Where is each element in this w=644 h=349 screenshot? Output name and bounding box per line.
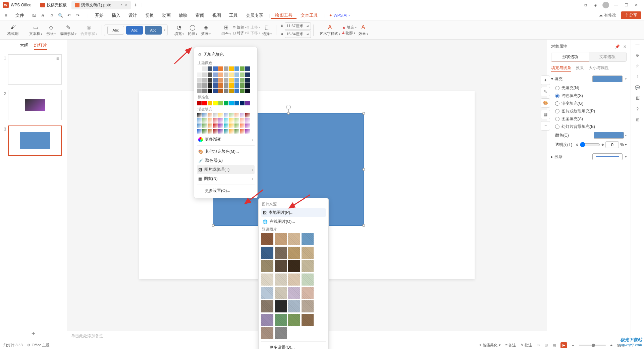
maximize-icon[interactable]: ☐ (621, 1, 631, 9)
gradient-swatch[interactable] (224, 113, 228, 117)
rail-extra-icon[interactable]: ⊞ (636, 117, 639, 122)
line-section-header[interactable]: ▸ 线条▾ (551, 153, 627, 160)
gradient-swatch[interactable] (197, 113, 202, 117)
color-swatch[interactable] (224, 101, 228, 105)
color-swatch[interactable] (234, 66, 239, 71)
rail-share-icon[interactable]: ⇪ (636, 74, 639, 79)
texture-swatch[interactable] (288, 247, 300, 259)
align-button[interactable]: ⊟ 对齐 ▾ (233, 31, 247, 36)
color-swatch[interactable] (202, 83, 207, 88)
shape-style-3[interactable]: Abc (145, 26, 162, 35)
rail-comment-icon[interactable]: 💬 (635, 85, 640, 90)
select-button[interactable]: ⬚选择▾ (260, 23, 274, 37)
tab-document[interactable]: 演示文稿(1).pptx • × (71, 1, 131, 9)
text-fill-button[interactable]: ▲ 填充 ▾ (342, 25, 357, 30)
gradient-swatch[interactable] (224, 123, 228, 128)
color-swatch[interactable] (229, 89, 234, 93)
file-menu[interactable]: 文件 (11, 12, 28, 18)
texture-swatch[interactable] (288, 314, 300, 326)
shape-style-2[interactable]: Abc (126, 26, 143, 35)
texture-swatch[interactable] (288, 233, 300, 245)
resize-handle[interactable] (362, 112, 365, 115)
color-swatch[interactable] (224, 83, 228, 88)
more-gradient-option[interactable]: 更多渐变› (197, 135, 255, 144)
texture-swatch[interactable] (261, 260, 273, 272)
text-effect-button[interactable]: A效果▾ (357, 23, 370, 37)
gradient-swatch[interactable] (208, 118, 212, 123)
gradient-swatch[interactable] (197, 129, 202, 134)
texture-swatch[interactable] (275, 273, 287, 286)
gradient-swatch[interactable] (202, 118, 207, 123)
color-swatch[interactable] (229, 83, 234, 88)
share-button[interactable]: ⇪ 分享 (621, 11, 641, 19)
width-field[interactable]: ⬌15.84厘米▴▾ (280, 31, 311, 38)
rail-settings-icon[interactable]: ⚙ (636, 53, 639, 58)
text-options-tab[interactable]: 文本选项 (589, 52, 627, 61)
color-swatch[interactable] (197, 66, 202, 71)
color-swatch[interactable] (240, 72, 245, 77)
tab-text-tools[interactable]: 文本工具 (297, 12, 322, 18)
color-swatch[interactable] (197, 83, 202, 88)
picture-more-option[interactable]: 更多设置(O)... (261, 343, 326, 349)
color-swatch[interactable] (202, 66, 207, 71)
texture-swatch[interactable] (275, 327, 287, 339)
close-icon[interactable]: × (125, 3, 127, 7)
color-swatch[interactable] (197, 89, 202, 93)
theme-color-swatches[interactable] (197, 66, 255, 71)
notes-button[interactable]: ≡ 备注 (505, 343, 516, 348)
group-button[interactable]: ⊞组合▾ (219, 23, 233, 37)
color-swatch[interactable] (208, 101, 212, 105)
format-painter-button[interactable]: 🖌格式刷 (5, 23, 20, 37)
texture-swatch[interactable] (302, 300, 314, 312)
gradient-swatch[interactable] (245, 129, 250, 134)
color-swatch[interactable] (224, 89, 228, 93)
view-reading-icon[interactable]: ▤ (552, 343, 556, 347)
color-swatch[interactable] (245, 72, 250, 77)
print-direct-icon[interactable]: ⎙ (48, 12, 55, 19)
quick-edit-icon[interactable]: ✎ (541, 87, 550, 96)
slide-thumb-2[interactable] (8, 90, 62, 120)
gradient-swatch[interactable] (234, 123, 239, 128)
outline-button[interactable]: ◯轮廓▾ (186, 23, 199, 37)
pattern-option[interactable]: ▦图案(N)› (197, 174, 255, 183)
color-swatch[interactable] (240, 78, 245, 83)
tab-animation[interactable]: 动画 (158, 12, 175, 18)
color-swatch[interactable] (218, 101, 223, 105)
color-swatch[interactable] (245, 89, 250, 93)
color-swatch[interactable] (224, 66, 228, 71)
texture-swatch[interactable] (275, 287, 287, 299)
gradient-swatch[interactable] (202, 129, 207, 134)
color-swatch[interactable] (202, 101, 207, 105)
color-swatch[interactable] (208, 78, 212, 83)
redo-icon[interactable]: ↷ (74, 12, 81, 19)
color-swatch[interactable] (202, 89, 207, 93)
fill-pattern-radio[interactable]: 图案填充(A) (551, 115, 627, 123)
texture-swatch[interactable] (288, 260, 300, 272)
line-preview[interactable] (592, 153, 623, 160)
texture-swatch[interactable] (275, 300, 287, 312)
zoom-in-icon[interactable]: + (610, 343, 612, 347)
tab-review[interactable]: 审阅 (192, 12, 208, 18)
color-swatch[interactable] (229, 72, 234, 77)
color-swatch[interactable] (208, 66, 212, 71)
undo-icon[interactable]: ↶ (66, 12, 72, 19)
gradient-swatch[interactable] (218, 118, 223, 123)
slide-thumb-3[interactable] (8, 126, 62, 156)
color-swatch[interactable] (229, 78, 234, 83)
zoom-slider[interactable] (579, 345, 606, 346)
close-panel-icon[interactable]: ✕ (623, 44, 627, 49)
texture-swatch[interactable] (275, 314, 287, 326)
style-expand-icon[interactable]: ▾ (164, 29, 165, 32)
effect-tab[interactable]: 效果 (576, 65, 584, 72)
texture-swatch[interactable] (288, 300, 300, 312)
fill-gradient-radio[interactable]: 渐变填充(G) (551, 100, 627, 107)
gradient-swatch[interactable] (213, 118, 218, 123)
texture-swatch[interactable] (288, 287, 300, 299)
fill-picture-radio[interactable]: 图片或纹理填充(P) (551, 107, 627, 115)
gradient-swatch[interactable] (218, 123, 223, 128)
save-icon[interactable]: 🖫 (31, 12, 38, 19)
gradient-swatch[interactable] (229, 118, 234, 123)
close-window-icon[interactable]: ✕ (631, 1, 641, 9)
gradient-swatch[interactable] (229, 129, 234, 134)
gradient-swatch[interactable] (208, 129, 212, 134)
